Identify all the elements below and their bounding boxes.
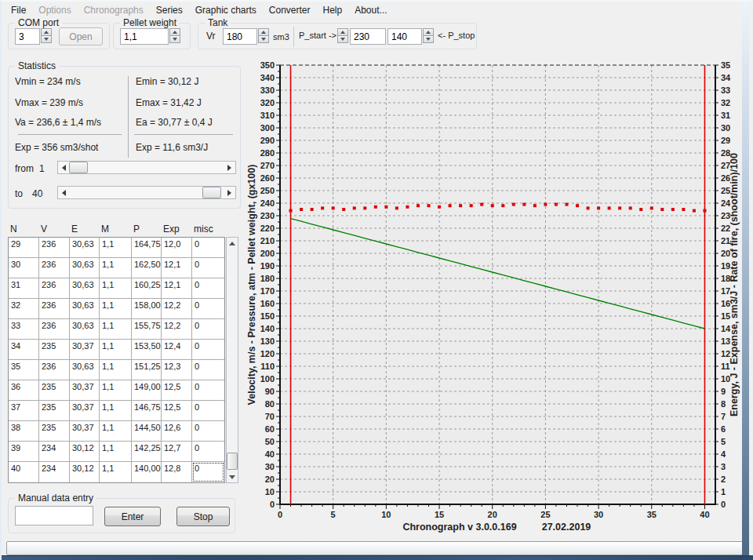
table-cell[interactable]: 149,00 <box>132 380 162 401</box>
table-cell[interactable]: 146,75 <box>132 401 162 421</box>
table-cell[interactable]: 12,5 <box>162 380 192 401</box>
table-cell[interactable]: 155,75 <box>132 319 162 340</box>
table-cell[interactable]: 35 <box>9 360 39 380</box>
to-scrollbar[interactable] <box>57 186 236 199</box>
table-cell[interactable]: 1,1 <box>100 401 132 421</box>
table-cell[interactable]: 30,63 <box>70 319 100 340</box>
table-cell[interactable]: 236 <box>39 258 70 278</box>
scroll-down-icon[interactable] <box>227 471 238 482</box>
p-stop-spinner[interactable] <box>423 28 434 45</box>
from-scrollbar[interactable] <box>57 161 236 174</box>
table-cell[interactable]: 0 <box>192 340 224 360</box>
table-cell[interactable]: 1,1 <box>100 442 132 462</box>
table-cell[interactable]: 0 <box>192 401 224 421</box>
table-cell[interactable]: 1,1 <box>100 462 132 482</box>
table-cell[interactable]: 0 <box>192 360 224 380</box>
table-cell[interactable]: 1,1 <box>100 360 132 380</box>
table-cell[interactable]: 30,12 <box>70 462 100 482</box>
enter-button[interactable]: Enter <box>104 507 161 526</box>
table-cell[interactable]: 1,1 <box>100 340 132 360</box>
table-cell[interactable]: 236 <box>39 360 70 380</box>
stop-button[interactable]: Stop <box>176 507 230 526</box>
spinner-down-icon[interactable] <box>41 35 52 43</box>
spinner-down-icon[interactable] <box>337 35 348 43</box>
table-cell[interactable]: 164,75 <box>132 238 162 258</box>
menu-item-series[interactable]: Series <box>150 4 189 16</box>
table-cell[interactable]: 0 <box>192 258 224 278</box>
table-cell[interactable]: 32 <box>9 299 39 319</box>
table-cell[interactable]: 153,50 <box>132 340 162 360</box>
table-cell[interactable]: 40 <box>9 462 39 482</box>
table-cell[interactable]: 142,25 <box>132 442 162 462</box>
table-cell[interactable]: 37 <box>9 401 39 421</box>
table-cell[interactable]: 1,1 <box>100 380 132 401</box>
com-port-spinner[interactable] <box>41 28 52 45</box>
table-cell[interactable]: 29 <box>9 238 39 258</box>
table-cell[interactable]: 235 <box>39 340 70 360</box>
table-cell[interactable]: 30,37 <box>70 340 100 360</box>
p-start-spinner[interactable] <box>337 28 348 45</box>
table-cell[interactable]: 0 <box>192 421 224 442</box>
table-cell[interactable]: 1,1 <box>100 258 132 278</box>
table-cell[interactable]: 0 <box>192 238 224 258</box>
table-cell[interactable]: 30,63 <box>70 258 100 278</box>
table-cell[interactable]: 12,2 <box>162 319 192 340</box>
table-cell[interactable]: 0 <box>192 319 224 340</box>
to-scrollbar-thumb[interactable] <box>202 187 221 198</box>
spinner-down-icon[interactable] <box>169 35 180 43</box>
table-cell[interactable]: 30,37 <box>70 401 100 421</box>
table-cell[interactable]: 151,25 <box>132 360 162 380</box>
table-cell[interactable]: 39 <box>9 442 39 462</box>
tank-volume-input[interactable] <box>223 28 257 45</box>
table-cell[interactable]: 30,63 <box>70 238 100 258</box>
table-cell[interactable]: 0 <box>192 278 224 299</box>
menu-item-converter[interactable]: Converter <box>263 4 317 16</box>
table-cell[interactable]: 236 <box>39 278 70 299</box>
scroll-right-icon[interactable] <box>224 162 235 173</box>
table-cell[interactable]: 0 <box>192 299 224 319</box>
p-stop-input[interactable] <box>387 28 422 45</box>
table-cell[interactable]: 12,1 <box>162 258 192 278</box>
table-cell[interactable]: 1,1 <box>100 421 132 442</box>
table-cell[interactable]: 236 <box>39 238 70 258</box>
table-cell[interactable]: 36 <box>9 380 39 401</box>
table-cell[interactable]: 30,37 <box>70 421 100 442</box>
table-cell[interactable]: 30,63 <box>70 278 100 299</box>
table-cell[interactable]: 12,0 <box>162 238 192 258</box>
spinner-down-icon[interactable] <box>258 35 269 43</box>
scroll-left-icon[interactable] <box>58 187 70 198</box>
com-port-input[interactable] <box>15 28 40 45</box>
table-cell[interactable]: 30,63 <box>70 360 100 380</box>
table-cell[interactable]: 12,2 <box>162 299 192 319</box>
table-cell[interactable]: 34 <box>9 340 39 360</box>
table-cell[interactable]: 12,4 <box>162 340 192 360</box>
menu-item-help[interactable]: Help <box>317 4 349 16</box>
table-cell[interactable]: 12,1 <box>162 278 192 299</box>
table-cell[interactable]: 0 <box>192 380 224 401</box>
table-cell[interactable]: 30,37 <box>70 380 100 401</box>
table-scrollbar-thumb[interactable] <box>227 453 238 470</box>
table-cell[interactable]: 1,1 <box>100 238 132 258</box>
table-cell[interactable]: 12,8 <box>162 462 192 482</box>
table-cell[interactable]: 12,3 <box>162 360 192 380</box>
table-cell[interactable]: 12,7 <box>162 442 192 462</box>
table-cell[interactable]: 30,12 <box>70 442 100 462</box>
table-cell[interactable]: 162,50 <box>132 258 162 278</box>
table-cell[interactable]: 235 <box>39 421 70 442</box>
spinner-down-icon[interactable] <box>423 35 434 43</box>
table-cell[interactable]: 236 <box>39 299 70 319</box>
menu-item-about[interactable]: About... <box>348 4 393 16</box>
table-cell[interactable]: 12,6 <box>162 421 192 442</box>
table-cell[interactable]: 235 <box>39 380 70 401</box>
table-cell[interactable]: 0 <box>192 462 224 482</box>
table-cell[interactable]: 234 <box>39 462 70 482</box>
table-cell[interactable]: 235 <box>39 401 70 421</box>
table-cell[interactable]: 12,5 <box>162 401 192 421</box>
table-cell[interactable]: 1,1 <box>100 278 132 299</box>
table-cell[interactable]: 140,00 <box>132 462 162 482</box>
table-cell[interactable]: 158,00 <box>132 299 162 319</box>
table-scrollbar[interactable] <box>226 237 238 483</box>
table-cell[interactable]: 33 <box>9 319 39 340</box>
table-cell[interactable]: 234 <box>39 442 70 462</box>
from-scrollbar-thumb[interactable] <box>69 162 88 173</box>
